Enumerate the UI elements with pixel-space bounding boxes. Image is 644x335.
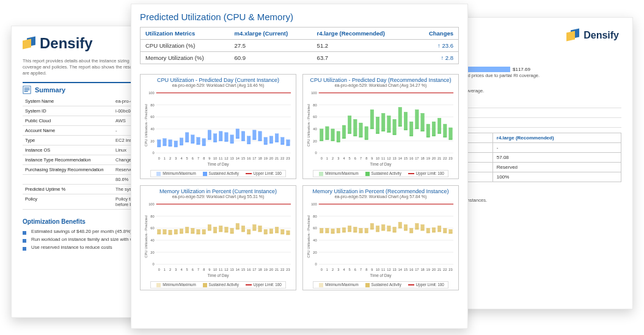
svg-rect-138 — [415, 128, 419, 129]
svg-rect-107 — [331, 129, 335, 141]
svg-rect-115 — [354, 119, 357, 136]
svg-rect-224 — [253, 229, 257, 230]
chart-title: Memory Utilization in Percent (Current I… — [143, 188, 293, 194]
svg-rect-210 — [213, 232, 217, 233]
svg-rect-202 — [191, 232, 195, 234]
svg-rect-119 — [365, 127, 368, 140]
svg-rect-132 — [398, 125, 402, 127]
svg-text:4: 4 — [180, 268, 182, 271]
metrics-head: Changes — [414, 28, 459, 40]
svg-text:6: 6 — [354, 156, 356, 160]
svg-rect-37 — [213, 134, 217, 142]
svg-text:3: 3 — [337, 268, 339, 271]
svg-rect-109 — [337, 131, 340, 142]
chart-title: CPU Utilization - Predicted Day (Recomme… — [306, 77, 456, 83]
svg-text:18: 18 — [420, 156, 424, 160]
chart-legend: Minimum/Maximum Sustained Activity Upper… — [150, 170, 286, 177]
svg-text:6: 6 — [354, 268, 356, 271]
svg-text:9: 9 — [208, 268, 210, 271]
svg-text:CPU Utilization - Predicted: CPU Utilization - Predicted — [307, 215, 310, 258]
brand-mark-icon — [23, 37, 36, 50]
svg-rect-40 — [219, 140, 223, 141]
svg-text:1: 1 — [326, 268, 328, 271]
svg-rect-113 — [348, 116, 351, 134]
svg-rect-232 — [275, 232, 279, 233]
svg-text:12: 12 — [224, 156, 228, 160]
svg-text:16: 16 — [409, 156, 413, 160]
chart-subtitle: ea-pro-edge-529: Workload Chart (Avg 57.… — [306, 194, 456, 199]
summary-key: Instance Type Recommendation — [23, 155, 113, 165]
svg-text:23: 23 — [286, 156, 290, 160]
svg-rect-131 — [398, 107, 402, 126]
svg-text:3: 3 — [337, 156, 339, 160]
svg-rect-103 — [320, 129, 323, 141]
svg-text:1: 1 — [164, 156, 166, 160]
svg-rect-104 — [320, 140, 323, 141]
svg-rect-135 — [409, 122, 413, 136]
svg-rect-2 — [24, 89, 30, 90]
svg-rect-148 — [444, 136, 447, 138]
svg-rect-312 — [421, 229, 425, 230]
svg-text:11: 11 — [219, 156, 222, 160]
chart-svg: 020406080100 CPU Utilization - Predicted… — [143, 89, 293, 162]
svg-rect-1 — [24, 88, 30, 89]
svg-rect-125 — [382, 113, 386, 131]
svg-text:5: 5 — [349, 268, 351, 271]
svg-text:100: 100 — [148, 91, 155, 95]
svg-rect-218 — [236, 228, 240, 229]
chart-legend: Minimum/Maximum Sustained Activity Upper… — [150, 281, 286, 289]
svg-text:16: 16 — [247, 268, 251, 271]
svg-rect-129 — [393, 119, 397, 135]
svg-text:2: 2 — [169, 268, 171, 271]
svg-rect-120 — [365, 139, 368, 140]
svg-rect-60 — [275, 141, 279, 142]
svg-rect-46 — [236, 138, 240, 139]
svg-text:10: 10 — [376, 156, 379, 160]
svg-rect-220 — [241, 230, 245, 232]
svg-text:17: 17 — [415, 156, 419, 160]
svg-text:13: 13 — [392, 268, 396, 271]
svg-rect-124 — [376, 133, 379, 134]
svg-rect-142 — [426, 136, 430, 138]
metric-cur: 27.5 — [230, 40, 312, 52]
svg-text:8: 8 — [203, 268, 205, 271]
svg-text:20: 20 — [432, 268, 436, 271]
svg-rect-222 — [247, 233, 251, 234]
summary-key: Instance OS — [23, 145, 113, 155]
svg-text:19: 19 — [264, 268, 268, 271]
svg-rect-20 — [163, 144, 167, 145]
svg-text:5: 5 — [349, 156, 351, 160]
svg-rect-118 — [359, 136, 363, 138]
summary-title: Summary — [35, 86, 65, 94]
svg-text:10: 10 — [213, 268, 217, 271]
svg-rect-54 — [258, 140, 262, 141]
chart-svg: 020406080100 CPU Utilization - Predicted… — [306, 200, 456, 273]
svg-text:23: 23 — [448, 268, 452, 271]
svg-text:14: 14 — [236, 268, 240, 271]
svg-rect-304 — [398, 227, 402, 228]
svg-text:CPU Utilization - Predicted: CPU Utilization - Predicted — [144, 104, 148, 147]
svg-rect-36 — [208, 139, 211, 140]
svg-text:100: 100 — [311, 202, 317, 206]
svg-rect-306 — [404, 229, 408, 230]
cmp-cell: - — [492, 142, 621, 152]
svg-text:9: 9 — [371, 268, 373, 271]
chart-subtitle: ea-pro-edge-529: Workload Chart (Avg 34.… — [306, 83, 456, 87]
svg-text:13: 13 — [392, 156, 396, 160]
chart-xlabel: Time of Day — [306, 162, 456, 166]
svg-text:4: 4 — [343, 268, 345, 271]
svg-rect-296 — [376, 230, 379, 232]
summary-key: Policy — [23, 194, 113, 210]
svg-rect-114 — [348, 133, 351, 134]
svg-rect-322 — [449, 232, 453, 234]
svg-text:13: 13 — [230, 268, 233, 271]
svg-rect-111 — [342, 125, 346, 139]
svg-rect-310 — [415, 228, 419, 229]
summary-key: Public Cloud — [23, 116, 113, 126]
svg-rect-282 — [337, 232, 340, 233]
svg-text:2: 2 — [332, 156, 334, 160]
svg-rect-194 — [169, 234, 172, 235]
metrics-head: r4.large (Recommended) — [312, 28, 414, 40]
svg-rect-42 — [225, 141, 229, 142]
svg-rect-290 — [359, 232, 363, 233]
